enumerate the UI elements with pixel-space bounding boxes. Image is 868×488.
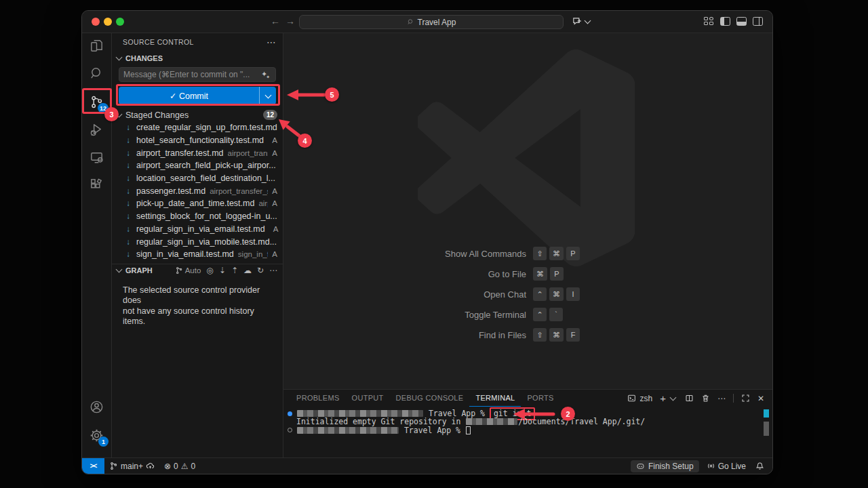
notifications-bell-button[interactable] bbox=[751, 458, 772, 474]
run-debug-icon[interactable] bbox=[82, 118, 111, 141]
graph-empty-message: The selected source control provider doe… bbox=[123, 285, 272, 327]
shortcut-keys: ⇧⌘P bbox=[533, 247, 580, 260]
close-panel-icon[interactable]: ✕ bbox=[757, 394, 764, 403]
file-path: sign_in_fo... bbox=[238, 250, 269, 258]
command-center-search[interactable]: Travel App bbox=[299, 15, 564, 29]
graph-auto-button[interactable]: Auto bbox=[175, 266, 201, 274]
finish-setup-button[interactable]: Finish Setup bbox=[631, 460, 699, 472]
staged-file-row[interactable]: ↓hotel_search_functionality.test.mdA bbox=[112, 134, 283, 147]
toggle-secondary-sidebar-button[interactable] bbox=[753, 17, 763, 26]
toggle-panel-button[interactable] bbox=[736, 17, 747, 26]
minimize-window-button[interactable] bbox=[104, 18, 112, 26]
close-window-button[interactable] bbox=[92, 18, 100, 26]
panel-tab-ports[interactable]: PORTS bbox=[521, 390, 559, 407]
remote-indicator-button[interactable]: >< bbox=[82, 458, 104, 474]
shortcut-row: Toggle Terminal⌃` bbox=[283, 304, 772, 325]
graph-section-header[interactable]: GRAPH Auto ◎ ⇣ ⇡ ☁ ↻ ⋯ bbox=[112, 264, 283, 277]
more-actions-icon[interactable]: ⋯ bbox=[717, 394, 726, 403]
shortcut-keys: ⇧⌘F bbox=[533, 328, 580, 342]
command-dot-icon bbox=[288, 411, 292, 416]
terminal-text: /Documents/Travel App/.git/ bbox=[518, 417, 645, 426]
vscode-window: ← → Travel App bbox=[81, 10, 773, 474]
staged-file-row[interactable]: ↓create_regular_sign_up_form.test.mdA bbox=[112, 121, 283, 134]
keyboard-key: ⌃ bbox=[533, 287, 547, 301]
vscode-logo-watermark bbox=[418, 49, 635, 266]
terminal-shell-label[interactable]: zsh bbox=[627, 394, 652, 403]
zoom-window-button[interactable] bbox=[116, 18, 124, 26]
navigate-forward-button[interactable]: → bbox=[284, 16, 296, 26]
staged-file-row[interactable]: ↓airport_search_field_pick-up_airpor...A bbox=[112, 159, 283, 172]
extensions-icon[interactable] bbox=[82, 173, 111, 196]
trash-icon[interactable] bbox=[701, 394, 710, 403]
staged-file-row[interactable]: ↓passenger.test.mdairport_transfer_s...A bbox=[112, 184, 283, 197]
panel-tab-debug-console[interactable]: DEBUG CONSOLE bbox=[390, 390, 470, 407]
more-actions-icon[interactable]: ⋯ bbox=[267, 39, 276, 45]
cloud-icon[interactable]: ☁ bbox=[243, 266, 252, 275]
staged-file-row[interactable]: ↓regular_sign_in_via_mobile.test.md...A bbox=[112, 235, 283, 248]
staged-changes-header[interactable]: Staged Changes 12 bbox=[112, 108, 283, 121]
staged-file-row[interactable]: ↓airport_transfer.test.mdairport_trans..… bbox=[112, 146, 283, 159]
commit-message-input[interactable]: Message (⌘Enter to commit on "... ✦✦ bbox=[119, 67, 276, 82]
staged-file-row[interactable]: ↓location_search_field_destination_l...A bbox=[112, 172, 283, 185]
explorer-icon[interactable] bbox=[82, 34, 111, 57]
staged-file-row[interactable]: ↓sign_in_via_email.test.mdsign_in_fo...A bbox=[112, 248, 283, 261]
redacted-text bbox=[297, 427, 399, 434]
fetch-icon[interactable]: ⇣ bbox=[219, 266, 226, 275]
staged-file-row[interactable]: ↓pick-up_date_and_time.test.mdairp...A bbox=[112, 197, 283, 210]
markdown-file-icon: ↓ bbox=[126, 237, 136, 247]
annotation-step-4: 4 bbox=[298, 134, 312, 148]
file-name: airport_transfer.test.md bbox=[136, 148, 224, 158]
go-live-label: Go Live bbox=[718, 462, 746, 471]
panel-tab-output[interactable]: OUTPUT bbox=[346, 390, 390, 407]
file-name: hotel_search_functionality.test.md bbox=[136, 136, 264, 145]
shortcut-keys: ⌃` bbox=[533, 308, 563, 321]
refresh-icon[interactable]: ↻ bbox=[257, 266, 264, 275]
chevron-down-icon bbox=[116, 54, 123, 61]
terminal-line: Initialized empty Git repository in /Doc… bbox=[288, 418, 756, 426]
accounts-icon[interactable] bbox=[82, 395, 111, 418]
copilot-icon bbox=[636, 462, 645, 470]
changes-section-header[interactable]: CHANGES bbox=[112, 51, 283, 66]
target-icon[interactable]: ◎ bbox=[206, 266, 213, 275]
maximize-panel-icon[interactable] bbox=[741, 394, 750, 403]
terminal-command-decoration bbox=[288, 411, 296, 416]
file-status: A bbox=[272, 199, 277, 207]
annotation-step-5: 5 bbox=[325, 87, 339, 102]
customize-layout-button[interactable] bbox=[704, 17, 714, 26]
keyboard-key: F bbox=[566, 328, 580, 342]
shortcut-row: Open Chat⌃⌘I bbox=[283, 284, 772, 304]
keyboard-key: ` bbox=[549, 308, 563, 321]
file-path: airport_trans... bbox=[228, 149, 269, 157]
problems-status-button[interactable]: ⊗ 0 ⚠ 0 bbox=[159, 458, 200, 474]
generate-commit-message-icon[interactable]: ✦✦ bbox=[261, 70, 271, 79]
terminal-content[interactable]: Travel App % git initInitialized empty G… bbox=[288, 409, 756, 434]
copilot-chat-button[interactable] bbox=[572, 16, 592, 26]
staged-file-row[interactable]: ↓settings_block_for_not_logged-in_u...A bbox=[112, 210, 283, 223]
toggle-primary-sidebar-button[interactable] bbox=[720, 17, 730, 26]
editor-area: Show All Commands⇧⌘PGo to File⌘POpen Cha… bbox=[283, 33, 772, 389]
shortcut-label: Go to File bbox=[283, 269, 526, 279]
terminal-scrollbar-thumb[interactable] bbox=[764, 422, 769, 436]
push-icon[interactable]: ⇡ bbox=[231, 266, 238, 275]
warning-icon: ⚠ bbox=[181, 462, 189, 471]
split-terminal-icon[interactable] bbox=[685, 394, 694, 403]
branch-status-button[interactable]: main+ bbox=[104, 458, 159, 474]
go-live-button[interactable]: Go Live bbox=[702, 458, 751, 474]
keyboard-key: ⌘ bbox=[533, 267, 547, 281]
panel-tab-problems[interactable]: PROBLEMS bbox=[290, 390, 346, 407]
panel-tab-terminal[interactable]: TERMINAL bbox=[469, 390, 521, 407]
more-actions-icon[interactable]: ⋯ bbox=[269, 266, 277, 275]
search-view-icon[interactable] bbox=[82, 62, 111, 85]
error-icon: ⊗ bbox=[164, 462, 171, 471]
divider bbox=[733, 394, 734, 403]
new-terminal-button[interactable]: + bbox=[660, 392, 677, 404]
branch-name: main+ bbox=[121, 462, 143, 471]
staged-file-row[interactable]: ↓regular_sign_in_via_email.test.mdsi...A bbox=[112, 223, 283, 236]
remote-explorer-icon[interactable] bbox=[82, 146, 111, 169]
keyboard-key: I bbox=[566, 287, 580, 301]
search-icon bbox=[407, 18, 414, 26]
navigate-back-button[interactable]: ← bbox=[269, 16, 281, 26]
markdown-file-icon: ↓ bbox=[126, 148, 136, 158]
settings-gear-icon[interactable]: 1 bbox=[82, 424, 111, 447]
terminal-icon bbox=[627, 394, 636, 403]
